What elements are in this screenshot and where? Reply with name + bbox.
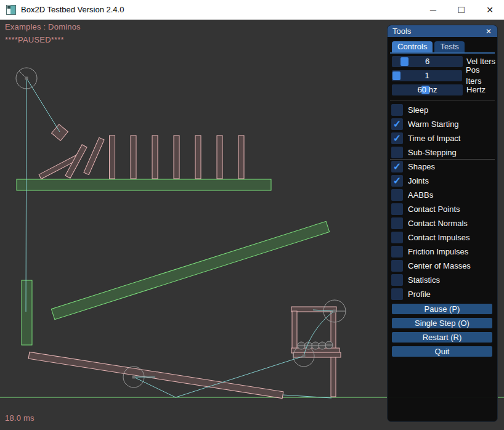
pos-iters-slider: 1Pos Iters bbox=[392, 70, 497, 81]
checkbox-box[interactable] bbox=[391, 217, 403, 229]
hanging-box[interactable] bbox=[52, 124, 68, 141]
frame-left-post[interactable] bbox=[292, 311, 297, 349]
check-icon: ✓ bbox=[393, 161, 401, 172]
checkbox-label: Sub-Stepping bbox=[408, 148, 457, 157]
checkbox-label: Contact Normals bbox=[408, 219, 468, 228]
tab-tests[interactable]: Tests bbox=[434, 41, 464, 52]
checkbox-contact-impulses[interactable]: Contact Impulses bbox=[391, 232, 471, 243]
checkbox-label: AABBs bbox=[408, 190, 433, 200]
checkbox-sub-stepping[interactable]: Sub-Stepping bbox=[391, 147, 460, 158]
checkbox-box[interactable]: ✓ bbox=[391, 161, 403, 172]
domino-4[interactable] bbox=[174, 136, 179, 179]
checkbox-label: Friction Impulses bbox=[408, 247, 468, 256]
hertz-slider-track[interactable]: 60 hz bbox=[392, 84, 463, 95]
vertical-green-post bbox=[22, 280, 32, 345]
slider-label: Hertz bbox=[466, 84, 486, 95]
checkbox-label: Contact Impulses bbox=[408, 233, 469, 242]
checkbox-box[interactable]: ✓ bbox=[391, 175, 403, 187]
joint-line bbox=[26, 78, 26, 312]
restart-r-button[interactable]: Restart (R) bbox=[392, 332, 492, 343]
slider-value: 1 bbox=[392, 70, 462, 81]
slider-value: 60 hz bbox=[392, 84, 463, 95]
check-icon: ✓ bbox=[393, 175, 401, 187]
fallen-domino-3[interactable] bbox=[84, 137, 104, 174]
minimize-button[interactable]: ─ bbox=[419, 0, 447, 20]
checkbox-contact-points[interactable]: Contact Points bbox=[391, 203, 471, 215]
checkbox-box[interactable] bbox=[391, 260, 403, 272]
ramp bbox=[51, 221, 329, 319]
joint-line bbox=[26, 78, 60, 132]
tools-title: Tools bbox=[392, 26, 411, 36]
checkbox-label: Sleep bbox=[408, 105, 428, 115]
checkbox-box[interactable] bbox=[391, 246, 403, 258]
check-icon: ✓ bbox=[393, 132, 401, 144]
joint-anchor bbox=[303, 355, 306, 358]
quit-button[interactable]: Quit bbox=[392, 346, 492, 357]
frame-shelf-lower[interactable] bbox=[293, 352, 341, 357]
check-icon: ✓ bbox=[393, 118, 401, 130]
pause-p-button[interactable]: Pause (P) bbox=[392, 304, 492, 314]
checkbox-warm-starting[interactable]: ✓Warm Starting bbox=[391, 118, 460, 130]
tools-titlebar[interactable]: Tools ✕ bbox=[388, 25, 497, 37]
checkbox-box[interactable] bbox=[391, 274, 403, 286]
vel-iters-slider-track[interactable]: 6 bbox=[392, 56, 463, 67]
close-button[interactable]: ✕ bbox=[476, 0, 504, 20]
checkbox-sleep[interactable]: Sleep bbox=[391, 104, 460, 116]
action-buttons: Pause (P)Single Step (O)Restart (R)Quit bbox=[392, 304, 492, 360]
separator bbox=[390, 100, 495, 100]
joint-anchor bbox=[132, 376, 136, 379]
domino-6[interactable] bbox=[217, 136, 222, 179]
domino-5[interactable] bbox=[195, 136, 201, 179]
example-label: Examples : Dominos bbox=[5, 22, 81, 31]
checkbox-group-solver: Sleep✓Warm Starting✓Time of ImpactSub-St… bbox=[391, 104, 460, 161]
joint-anchor bbox=[333, 310, 336, 313]
single-step-o-button[interactable]: Single Step (O) bbox=[392, 318, 492, 328]
checkbox-group-draw: ✓Shapes✓JointsAABBsContact PointsContact… bbox=[391, 161, 471, 302]
checkbox-box[interactable] bbox=[391, 288, 403, 300]
slider-value: 6 bbox=[392, 56, 463, 67]
paused-label: ****PAUSED**** bbox=[5, 35, 64, 44]
checkbox-box[interactable]: ✓ bbox=[391, 118, 403, 130]
checkbox-box[interactable] bbox=[391, 147, 403, 158]
window-titlebar: Box2D Testbed Version 2.4.0 ─ □ ✕ bbox=[0, 0, 504, 20]
checkbox-friction-impulses[interactable]: Friction Impulses bbox=[391, 246, 471, 258]
checkbox-box[interactable] bbox=[391, 232, 403, 243]
dominos-platform bbox=[17, 179, 271, 190]
slider-group: 6Vel Iters1Pos Iters60 hzHertz bbox=[392, 56, 497, 99]
window-title: Box2D Testbed Version 2.4.0 bbox=[21, 5, 124, 14]
checkbox-center-of-masses[interactable]: Center of Masses bbox=[391, 260, 471, 272]
domino-2[interactable] bbox=[131, 136, 136, 179]
checkbox-label: Shapes bbox=[408, 162, 435, 171]
checkbox-box[interactable] bbox=[391, 189, 403, 201]
checkbox-label: Joints bbox=[408, 176, 429, 185]
checkbox-box[interactable] bbox=[391, 104, 403, 116]
checkbox-box[interactable] bbox=[391, 203, 403, 215]
pos-iters-slider-track[interactable]: 1 bbox=[392, 70, 462, 81]
checkbox-aabbs[interactable]: AABBs bbox=[391, 189, 471, 201]
checkbox-time-of-impact[interactable]: ✓Time of Impact bbox=[391, 132, 460, 144]
domino-7[interactable] bbox=[238, 136, 244, 179]
checkbox-contact-normals[interactable]: Contact Normals bbox=[391, 217, 471, 229]
maximize-button[interactable]: □ bbox=[447, 0, 476, 20]
checkbox-joints[interactable]: ✓Joints bbox=[391, 175, 471, 187]
tab-underline bbox=[390, 52, 495, 54]
checkbox-profile[interactable]: Profile bbox=[391, 288, 471, 300]
domino-3[interactable] bbox=[152, 136, 158, 179]
checkbox-box[interactable]: ✓ bbox=[391, 132, 403, 144]
separator bbox=[390, 159, 495, 160]
joint-anchor bbox=[25, 77, 28, 80]
checkbox-shapes[interactable]: ✓Shapes bbox=[391, 161, 471, 172]
tools-panel: Tools ✕ ControlsTests 6Vel Iters1Pos Ite… bbox=[387, 25, 498, 422]
window-caption-buttons: ─ □ ✕ bbox=[419, 0, 504, 20]
hertz-slider: 60 hzHertz bbox=[392, 84, 497, 95]
checkbox-label: Center of Masses bbox=[408, 261, 471, 270]
domino-1[interactable] bbox=[110, 136, 115, 179]
checkbox-statistics[interactable]: Statistics bbox=[391, 274, 471, 286]
tab-controls[interactable]: Controls bbox=[392, 41, 433, 52]
app-icon bbox=[6, 5, 16, 15]
checkbox-label: Contact Points bbox=[408, 205, 460, 214]
frame-time-label: 18.0 ms bbox=[5, 413, 35, 423]
tab-bar: ControlsTests bbox=[392, 41, 465, 52]
slider-label: Pos Iters bbox=[466, 65, 497, 87]
tools-close-icon[interactable]: ✕ bbox=[484, 27, 494, 36]
